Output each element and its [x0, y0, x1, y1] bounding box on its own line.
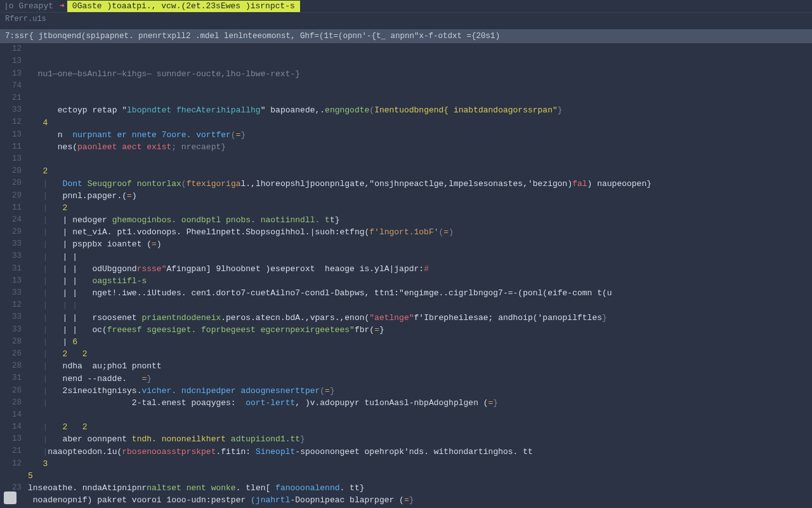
code-line: | | psppbx ioantet (=): [28, 238, 812, 250]
code-line: 5: [28, 470, 812, 482]
line-number: [0, 470, 22, 482]
line-number: 24: [0, 214, 22, 226]
subtitle: Rferr.u1s: [0, 13, 812, 27]
code-line: | | nedoger ghemooginbos. oondbptl pnobs…: [28, 214, 812, 226]
code-line: 4: [28, 117, 812, 129]
line-number: 26: [0, 385, 22, 397]
line-number: 11: [0, 141, 22, 153]
code-line: | Dont Seuqgroof nontorlax(ftexigorigal.…: [28, 178, 812, 190]
line-number: 11: [0, 202, 22, 214]
code-line: | nend --nadde. =}: [28, 373, 812, 385]
header-code-line: nu1—one—bsAnlinr—kihgs— sunnder-oucte,lh…: [28, 68, 812, 80]
line-number: 13: [0, 433, 22, 445]
code-line: | 2 2: [28, 348, 812, 360]
code-line: | 2sineoithgnisys.vicher. ndcnipedper ad…: [28, 385, 812, 397]
code-line: | | | oagstiifl-s: [28, 275, 812, 287]
line-number: 20: [0, 177, 22, 189]
line-number: 28: [0, 336, 22, 348]
code-line: | | | rsoosenet priaentndodeneix.peros.a…: [28, 312, 812, 324]
title-bar: |o Greapyt ➜ 0Gaste )toaatpi., vcw.(2et.…: [0, 0, 812, 13]
code-line: nes(paonleet aect exist; nrecaept}: [28, 141, 812, 153]
line-number: 21: [0, 445, 22, 457]
line-number: 13: [0, 55, 22, 67]
code-line: |naaopteodon.1u(rbosenooasstprskpet.fiti…: [28, 446, 812, 458]
arrow-icon: ➜: [57, 0, 67, 12]
line-number: 12: [0, 299, 22, 311]
line-number: 12: [0, 116, 22, 128]
line-number: 28: [0, 397, 22, 409]
line-number: 33: [0, 287, 22, 299]
line-number: 33: [0, 104, 22, 116]
line-number: 29: [0, 190, 22, 202]
line-number: 33: [0, 311, 22, 323]
command-strip: 0Gaste )toaatpi., vcw.(2et.23sEwes )isrn…: [67, 1, 300, 12]
code-line: [28, 409, 812, 421]
code-line: | 2: [28, 202, 812, 214]
line-number: 12: [0, 43, 22, 55]
code-line: | ndha au;pho1 pnontt: [28, 360, 812, 372]
code-line: 3: [28, 458, 812, 470]
code-line: noadenopnif) pakret vooroi 1ooo-udn:pest…: [28, 494, 812, 506]
code-line: | | | oc(freeesf sgeesiget. foprbegeest …: [28, 324, 812, 336]
line-number: 21: [0, 92, 22, 104]
prompt-left: |o Greapyt: [0, 0, 57, 12]
line-number: 74: [0, 80, 22, 92]
code-area[interactable]: nu1—one—bsAnlinr—kihgs— sunnder-oucte,lh…: [28, 43, 812, 508]
code-line: | | |: [28, 251, 812, 263]
bottom-left-icon[interactable]: [4, 491, 16, 504]
tab-line[interactable]: 7:ssr{ jtbonqend(spipapnet. pnenrtxpll2 …: [0, 29, 812, 44]
code-line: | 2 2: [28, 421, 812, 433]
line-number: 31: [0, 372, 22, 384]
line-number: 14: [0, 409, 22, 421]
code-line: | | |: [28, 299, 812, 311]
code-line: [28, 153, 812, 165]
code-line: ectoyp retap "lbopndtet fhecAterihipallh…: [28, 104, 812, 116]
line-number: 29: [0, 226, 22, 238]
code-line: n nurpnant er nnete 7oore. vortfer(=}: [28, 129, 812, 141]
line-number: 26: [0, 348, 22, 360]
line-number: 13: [0, 129, 22, 141]
code-line: | | 6: [28, 336, 812, 348]
line-number: 28: [0, 360, 22, 372]
line-number: 20: [0, 165, 22, 177]
line-number: 12: [0, 458, 22, 470]
code-line: 2: [28, 165, 812, 177]
line-number: 33: [0, 324, 22, 336]
line-number: 33: [0, 250, 22, 262]
code-line: lnseoathe. nndaAtipnipnrnaltset nent won…: [28, 482, 812, 494]
line-number: 31: [0, 263, 22, 275]
line-number: 13: [0, 68, 22, 80]
code-line: | 2-tal.enest poaqyges: oort-lertt, )v.a…: [28, 397, 812, 409]
editor-viewport[interactable]: 1213137421331213111320202911242933333113…: [0, 43, 812, 508]
code-line: | pnnl.papger.(=): [28, 190, 812, 202]
code-line: | | | odUbggondrssse"Afingpan] 9lhoobnet…: [28, 263, 812, 275]
code-line: | aber oonnpent tndh. nononeilkhert adtu…: [28, 433, 812, 445]
line-number: 13: [0, 153, 22, 165]
code-line: | | net_viA. pt1.vodonops. Pheel1npett.S…: [28, 226, 812, 238]
line-number-gutter: 1213137421331213111320202911242933333113…: [0, 43, 28, 508]
code-line: | | | nget!.iwe..iUtudes. cen1.dorto7-cu…: [28, 287, 812, 299]
line-number: 33: [0, 238, 22, 250]
line-number: 13: [0, 275, 22, 287]
line-number: 14: [0, 421, 22, 433]
